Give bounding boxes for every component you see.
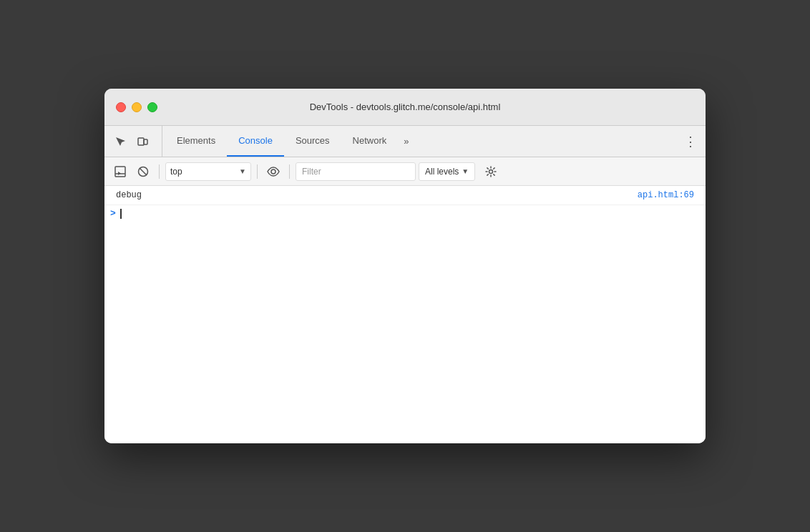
live-expressions-button[interactable] — [263, 162, 283, 182]
svg-rect-2 — [115, 167, 125, 177]
svg-point-7 — [489, 169, 493, 173]
more-tabs-button[interactable]: » — [398, 126, 414, 157]
devtools-icons — [110, 126, 162, 157]
tab-elements[interactable]: Elements — [165, 126, 227, 157]
log-levels-selector[interactable]: All levels ▼ — [419, 162, 475, 181]
console-cursor — [120, 209, 122, 219]
tabs-bar: Elements Console Sources Network » ⋮ — [104, 126, 706, 157]
svg-rect-1 — [144, 139, 147, 144]
toolbar-divider-3 — [289, 164, 290, 179]
toolbar-divider-1 — [159, 164, 160, 179]
console-entry-debug: debug api.html:69 — [104, 186, 706, 205]
svg-line-5 — [140, 168, 147, 175]
filter-input[interactable] — [302, 167, 409, 177]
close-button[interactable] — [116, 102, 126, 112]
traffic-lights — [116, 102, 157, 112]
window-title: DevTools - devtools.glitch.me/console/ap… — [310, 102, 501, 112]
toolbar-divider-2 — [257, 164, 258, 179]
tab-sources[interactable]: Sources — [284, 126, 341, 157]
tab-console[interactable]: Console — [227, 126, 284, 157]
devtools-menu-button[interactable]: ⋮ — [675, 126, 706, 157]
inspector-icon[interactable] — [110, 132, 130, 152]
device-icon[interactable] — [133, 132, 153, 152]
minimize-button[interactable] — [132, 102, 142, 112]
log-levels-value: All levels — [425, 167, 459, 177]
titlebar: DevTools - devtools.glitch.me/console/ap… — [104, 89, 706, 126]
devtools-window: DevTools - devtools.glitch.me/console/ap… — [104, 89, 706, 443]
tab-network[interactable]: Network — [341, 126, 399, 157]
filter-input-wrapper[interactable] — [296, 162, 416, 181]
context-dropdown-arrow: ▼ — [239, 167, 246, 175]
console-content: debug api.html:69 > — [104, 186, 706, 443]
console-debug-message: debug — [116, 190, 142, 200]
svg-marker-3 — [118, 172, 121, 175]
maximize-button[interactable] — [147, 102, 157, 112]
log-levels-arrow: ▼ — [462, 167, 469, 175]
svg-point-6 — [271, 169, 275, 174]
console-settings-button[interactable] — [481, 162, 501, 182]
console-input-row[interactable]: > — [104, 205, 706, 222]
clear-console-button[interactable] — [133, 162, 153, 182]
console-source-link[interactable]: api.html:69 — [638, 190, 694, 200]
console-drawer-toggle[interactable] — [110, 162, 130, 182]
console-toolbar: top ▼ All levels ▼ — [104, 157, 706, 186]
context-value: top — [170, 167, 236, 177]
console-prompt-symbol: > — [110, 208, 116, 219]
svg-rect-0 — [138, 138, 144, 145]
context-selector[interactable]: top ▼ — [165, 162, 251, 181]
